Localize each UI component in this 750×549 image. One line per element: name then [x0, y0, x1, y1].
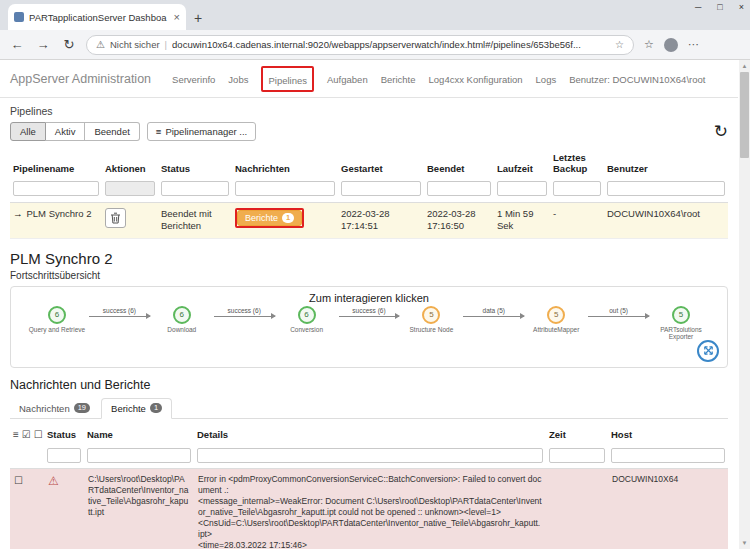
nav-item-log4cxx[interactable]: Log4cxx Konfiguration [429, 74, 523, 85]
nav-item-berichte[interactable]: Berichte [381, 74, 416, 85]
pipeline-row-benutzer: DOCUWIN10X64\root [604, 203, 728, 239]
browser-tab[interactable]: PARTapplicationServer Dashboa × [8, 4, 186, 30]
scrollbar-thumb[interactable] [740, 72, 749, 158]
col-beendet[interactable]: Beendet [424, 147, 494, 177]
pipeline-diagram: Zum interagieren klicken 6 Query and Ret… [10, 286, 728, 368]
nav-item-serverinfo[interactable]: Serverinfo [172, 74, 215, 85]
diagram-expand-button[interactable] [697, 340, 719, 362]
pipeline-row-beendet: 2022-03-28 17:16:50 [424, 203, 494, 239]
pipeline-name: PLM Synchro 2 [27, 208, 92, 220]
message-row-details: Error in <pdmProxyCommonConversionServic… [194, 469, 546, 549]
node-count: 6 [173, 306, 191, 324]
col-letztes-backup[interactable]: Letztes Backup [550, 147, 604, 177]
node-structure-node[interactable]: 5 Structure Node [399, 306, 463, 333]
table-menu-icon[interactable]: ≡ [13, 429, 19, 440]
row-checkbox-icon[interactable]: ☐ [14, 475, 23, 486]
minimize-icon[interactable]: ─ [695, 2, 701, 12]
mfilter-host-input[interactable] [611, 448, 725, 463]
toolbar-icons: ☆ ⋯ [644, 38, 699, 52]
pipeline-filters: Alle Aktiv Beendet ≡ Pipelinemanager ...… [10, 122, 728, 141]
pipeline-detail-title: PLM Synchro 2 [10, 250, 728, 267]
mfilter-status-input[interactable] [47, 448, 81, 463]
mcol-status[interactable]: Status [44, 425, 84, 444]
expand-icon [702, 344, 715, 357]
pipeline-row-name[interactable]: → PLM Synchro 2 [10, 203, 102, 239]
trash-icon [110, 212, 121, 224]
mcol-zeit[interactable]: Zeit [546, 425, 608, 444]
reload-pipelines-icon[interactable]: ↻ [714, 123, 728, 140]
favorites-bar-icon[interactable]: ☆ [644, 38, 654, 51]
col-pipelinename[interactable]: Pipelinename [10, 147, 102, 177]
deselect-all-checkbox-icon[interactable]: ☐ [34, 429, 43, 440]
edge-1: success (6) [89, 316, 150, 317]
col-status[interactable]: Status [158, 147, 232, 177]
scroll-up-icon[interactable]: ▲ [742, 60, 748, 72]
filter-nachrichten-input[interactable] [235, 181, 335, 196]
tab-berichte[interactable]: Berichte 1 [101, 398, 172, 419]
forward-icon[interactable]: → [34, 37, 52, 52]
nav-item-benutzer[interactable]: Benutzer: DOCUWIN10X64\root [569, 74, 705, 85]
selected-row-arrow-icon: → [13, 208, 23, 220]
nav-item-logs[interactable]: Logs [536, 74, 557, 85]
address-bar[interactable]: ⚠ Nicht sicher | docuwin10x64.cadenas.in… [86, 35, 634, 55]
mfilter-details-input[interactable] [197, 448, 543, 463]
app-title: AppServer Administration [10, 72, 151, 86]
col-aktionen[interactable]: Aktionen [102, 147, 158, 177]
close-icon[interactable]: × [739, 2, 744, 12]
profile-avatar[interactable] [664, 38, 678, 52]
back-icon[interactable]: ← [8, 37, 26, 52]
filter-alle-button[interactable]: Alle [10, 122, 46, 141]
node-attributemapper[interactable]: 5 AttributeMapper [524, 306, 588, 333]
node-count: 6 [48, 306, 66, 324]
node-query-and-retrieve[interactable]: 6 Query and Retrieve [25, 306, 89, 333]
refresh-icon[interactable]: ↻ [60, 37, 78, 52]
col-nachrichten[interactable]: Nachrichten [232, 147, 338, 177]
filter-laufzeit-input[interactable] [497, 181, 547, 196]
message-row-name: C:\Users\root\Desktop\PARTdataCenter\Inv… [84, 469, 194, 549]
select-all-checkbox-icon[interactable]: ☑ [22, 429, 31, 440]
pipelines-table: Pipelinename Aktionen Status Nachrichten… [10, 147, 728, 239]
filter-gestartet-input[interactable] [341, 181, 421, 196]
app-header: AppServer Administration Serverinfo Jobs… [0, 60, 738, 98]
nav-item-pipelines[interactable]: Pipelines [268, 75, 307, 86]
berichte-count-badge: 1 [282, 213, 294, 223]
page-scrollbar[interactable]: ▲ ▼ [739, 60, 750, 549]
tab-nachrichten[interactable]: Nachrichten 19 [10, 399, 99, 418]
node-conversion[interactable]: 6 Conversion [275, 306, 339, 333]
maximize-icon[interactable]: □ [717, 2, 722, 12]
node-count: 5 [547, 306, 565, 324]
annotation-pipelines: Pipelines [261, 66, 314, 92]
col-gestartet[interactable]: Gestartet [338, 147, 424, 177]
mfilter-zeit-input[interactable] [549, 448, 605, 463]
nav-item-aufgaben[interactable]: Aufgaben [327, 74, 368, 85]
favorite-star-icon[interactable]: ☆ [615, 39, 624, 50]
node-partsolutions-exporter[interactable]: 5 PARTsolutions Exporter [649, 306, 713, 341]
messages-section-title: Nachrichten und Berichte [10, 378, 728, 392]
col-benutzer[interactable]: Benutzer [604, 147, 728, 177]
delete-pipeline-button[interactable] [105, 208, 126, 228]
mfilter-name-input[interactable] [87, 448, 191, 463]
mcol-name[interactable]: Name [84, 425, 194, 444]
filter-aktionen-input[interactable] [105, 181, 155, 196]
new-tab-button[interactable]: + [194, 10, 202, 26]
mcol-host[interactable]: Host [608, 425, 728, 444]
pipelinemanager-button[interactable]: ≡ Pipelinemanager ... [147, 122, 256, 141]
filter-benutzer-input[interactable] [607, 181, 725, 196]
berichte-button[interactable]: Berichte 1 [237, 210, 302, 226]
col-laufzeit[interactable]: Laufzeit [494, 147, 550, 177]
browser-menu-icon[interactable]: ⋯ [688, 38, 699, 51]
pipeline-filter-group: Alle Aktiv Beendet [10, 122, 140, 141]
filter-aktiv-button[interactable]: Aktiv [46, 122, 86, 141]
filter-backup-input[interactable] [553, 181, 601, 196]
filter-pipelinename-input[interactable] [13, 181, 99, 196]
scroll-down-icon[interactable]: ▼ [742, 537, 748, 549]
mcol-details[interactable]: Details [194, 425, 546, 444]
tab-favicon-icon [14, 12, 24, 22]
tab-close-icon[interactable]: × [174, 11, 180, 23]
filter-beendet-input[interactable] [427, 181, 491, 196]
filter-status-input[interactable] [161, 181, 229, 196]
filter-beendet-button[interactable]: Beendet [85, 122, 139, 141]
nav-item-jobs[interactable]: Jobs [228, 74, 248, 85]
messages-table: ≡ ☑ ☐ Status Name Details Zeit Host ☐ ⚠ … [10, 425, 728, 549]
node-download[interactable]: 6 Download [150, 306, 214, 333]
